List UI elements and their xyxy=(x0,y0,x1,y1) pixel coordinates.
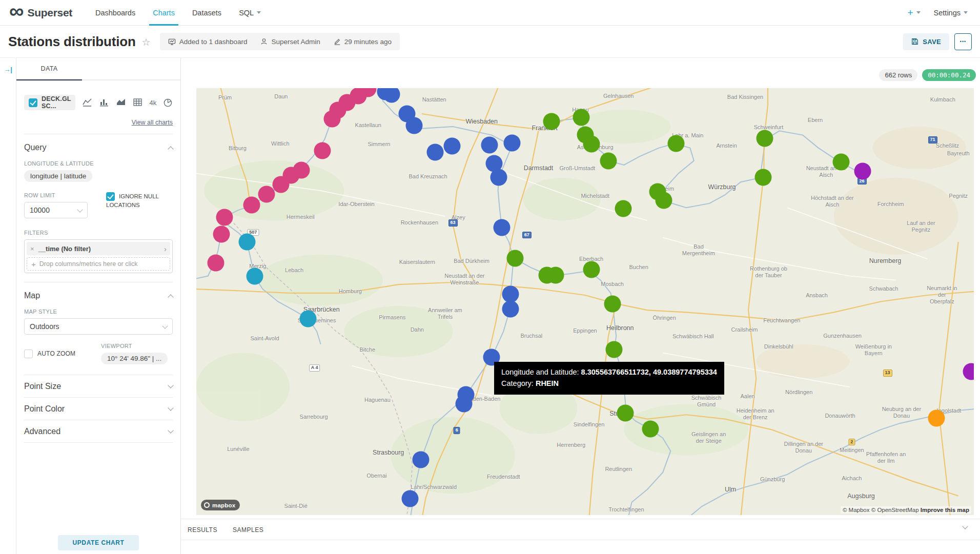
favorite-star-icon[interactable]: ☆ xyxy=(142,36,151,48)
chevron-down-icon xyxy=(168,405,173,411)
map-point-blue[interactable] xyxy=(444,138,461,155)
map-point-green[interactable] xyxy=(547,266,564,283)
map-point-pink[interactable] xyxy=(258,186,275,202)
map-place-label: Bad Dürkheim xyxy=(454,257,489,264)
chevron-down-icon xyxy=(168,382,173,388)
map-place-label: Nördlingen xyxy=(785,389,812,396)
more-actions-button[interactable]: ••• xyxy=(954,33,972,50)
update-chart-button[interactable]: UPDATE CHART xyxy=(58,535,139,550)
map-point-green[interactable] xyxy=(583,261,600,278)
filter-drop-zone[interactable]: + Drop columns/metrics here or click xyxy=(27,257,170,271)
new-item-button[interactable]: + xyxy=(907,7,920,18)
ignore-null-checkbox[interactable] xyxy=(106,192,115,201)
map-place-label: Rothenburg ob der Tauber xyxy=(747,265,791,279)
map-point-green[interactable] xyxy=(605,341,622,358)
nav-item-datasets[interactable]: Datasets xyxy=(183,0,230,26)
map-point-cyan[interactable] xyxy=(246,268,263,284)
map-point-green[interactable] xyxy=(600,152,617,169)
map-section-header[interactable]: Map xyxy=(24,282,173,301)
map-point-blue[interactable] xyxy=(426,143,443,160)
tab-results[interactable]: RESULTS xyxy=(188,526,217,540)
owner-badge[interactable]: Superset Admin xyxy=(260,38,320,46)
map-place-label: Prüm xyxy=(218,94,232,101)
map-point-green[interactable] xyxy=(642,420,659,437)
map-point-green[interactable] xyxy=(604,296,621,313)
lonlat-value-chip[interactable]: longitude | latitude xyxy=(24,170,92,182)
map-point-green[interactable] xyxy=(543,113,560,130)
map-style-select[interactable]: Outdoors xyxy=(24,318,173,335)
tab-data[interactable]: DATA xyxy=(16,58,82,80)
section-point-color[interactable]: Point Color xyxy=(24,398,173,420)
map-point-blue[interactable] xyxy=(502,285,519,302)
map-point-blue[interactable] xyxy=(503,134,520,151)
map-point-pink[interactable] xyxy=(216,209,233,225)
map-point-purple[interactable] xyxy=(854,163,871,180)
map-point-blue[interactable] xyxy=(481,136,498,153)
map-point-pink[interactable] xyxy=(273,176,290,193)
map-point-cyan[interactable] xyxy=(238,233,255,250)
map-point-green[interactable] xyxy=(756,130,773,147)
map-place-label: Heidenheim an der Brenz xyxy=(733,407,778,421)
viz-type-row: DECK.GL SC... xyxy=(24,95,173,110)
area-chart-icon[interactable] xyxy=(116,98,126,107)
map-point-green[interactable] xyxy=(506,250,523,266)
tab-samples[interactable]: SAMPLES xyxy=(233,526,263,540)
map-point-green[interactable] xyxy=(583,136,600,153)
map-point-pink[interactable] xyxy=(243,197,260,214)
map-point-blue[interactable] xyxy=(413,451,430,468)
map-point-blue[interactable] xyxy=(455,396,472,413)
nav-item-dashboards[interactable]: Dashboards xyxy=(87,0,144,26)
map-point-green[interactable] xyxy=(573,109,589,126)
map-point-blue[interactable] xyxy=(494,219,511,236)
map-place-label: Mosbach xyxy=(601,281,624,288)
mapbox-attribution-link[interactable]: © Mapbox xyxy=(843,507,870,513)
improve-map-link[interactable]: Improve this map xyxy=(921,507,969,513)
map-point-blue[interactable] xyxy=(405,117,422,134)
map-point-pink[interactable] xyxy=(207,254,224,271)
map-point-green[interactable] xyxy=(667,135,684,152)
map-point-pink[interactable] xyxy=(324,110,341,127)
row-limit-select[interactable]: 10000 xyxy=(24,202,88,218)
map-point-blue[interactable] xyxy=(502,301,519,318)
map-place-label: Idar-Oberstein xyxy=(338,200,374,207)
map-point-cyan[interactable] xyxy=(300,310,317,327)
query-section-header[interactable]: Query xyxy=(24,134,173,153)
view-all-charts-link[interactable]: View all charts xyxy=(132,119,173,126)
dashboard-count-badge[interactable]: Added to 1 dashboard xyxy=(168,38,248,46)
map-point-pink[interactable] xyxy=(213,225,230,242)
settings-menu[interactable]: Settings xyxy=(934,9,968,17)
superset-logo[interactable]: ∞ Superset xyxy=(9,5,72,21)
mapbox-logo[interactable]: mapbox xyxy=(201,500,240,510)
line-chart-icon[interactable] xyxy=(82,98,92,107)
section-point-size[interactable]: Point Size xyxy=(24,375,173,398)
viz-type-selected[interactable]: DECK.GL SC... xyxy=(24,95,75,110)
osm-attribution-link[interactable]: © OpenStreetMap xyxy=(871,507,919,513)
map-point-blue[interactable] xyxy=(402,490,419,507)
viz-4k-option[interactable]: 4k xyxy=(149,99,156,107)
road-shield: 67 xyxy=(522,232,532,239)
table-icon[interactable] xyxy=(133,98,142,107)
map-canvas[interactable]: Longitude and Latitude: 8.30556376651173… xyxy=(196,88,974,515)
map-point-green[interactable] xyxy=(615,200,631,217)
map-point-green[interactable] xyxy=(617,404,634,421)
map-point-blue[interactable] xyxy=(491,169,507,186)
remove-filter-icon[interactable]: × xyxy=(27,245,38,253)
pie-chart-icon[interactable] xyxy=(163,98,173,108)
expand-datasource-icon[interactable]: →| xyxy=(4,66,12,73)
bar-chart-icon[interactable] xyxy=(99,98,109,107)
chevron-down-icon xyxy=(916,11,921,14)
map-point-green[interactable] xyxy=(655,192,672,209)
nav-item-charts[interactable]: Charts xyxy=(144,0,183,26)
plus-icon: + xyxy=(31,260,36,269)
map-point-pink[interactable] xyxy=(314,142,331,159)
section-advanced[interactable]: Advanced xyxy=(24,420,173,443)
last-modified-badge[interactable]: 29 minutes ago xyxy=(334,38,392,46)
map-point-green[interactable] xyxy=(754,169,771,186)
viewport-value-chip[interactable]: 10° 24' 49.86" | ... xyxy=(101,353,168,364)
save-button[interactable]: SAVE xyxy=(903,33,949,50)
auto-zoom-checkbox[interactable] xyxy=(24,350,33,358)
time-filter-chip[interactable]: × __time (No filter) › xyxy=(27,242,170,255)
nav-item-sql[interactable]: SQL xyxy=(230,0,270,26)
map-point-green[interactable] xyxy=(832,154,849,171)
map-point-orange[interactable] xyxy=(928,409,945,426)
